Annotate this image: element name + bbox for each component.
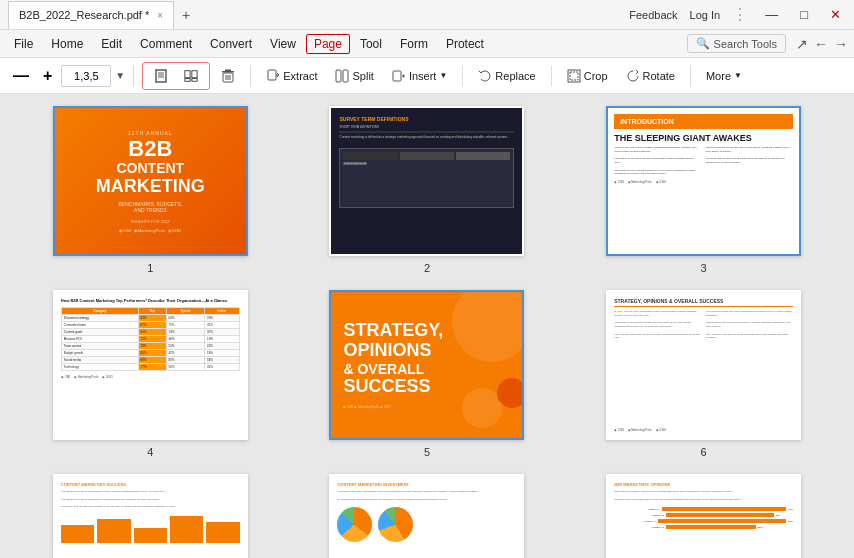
page-content-8: CONTENT MARKETING INVESTMENT The reports… — [331, 476, 522, 558]
page-preview-2[interactable]: SURVEY TERM DEFINITIONS SHORT TERM DEFIN… — [329, 106, 524, 256]
page-thumb-4[interactable]: How B2B Content Marketing Top Performers… — [53, 290, 248, 458]
page-preview-3[interactable]: INTRODUCTION THE SLEEPING GIANT AWAKES A… — [606, 106, 801, 256]
menu-dots-icon[interactable]: ⋮ — [732, 5, 748, 24]
svg-rect-17 — [343, 70, 348, 82]
menu-tool[interactable]: Tool — [352, 34, 390, 54]
page-preview-5[interactable]: STRATEGY, OPINIONS & OVERALL SUCCESS ◉ C… — [329, 290, 524, 440]
insert-dropdown-arrow[interactable]: ▼ — [439, 71, 447, 80]
svg-rect-6 — [185, 78, 190, 81]
page3-logos: ◉ CMI ◉ MarketingProfs ◉ GNO — [614, 180, 793, 184]
page5-line4: SUCCESS — [343, 377, 430, 397]
close-button[interactable]: ✕ — [825, 5, 846, 24]
page-preview-6[interactable]: STRATEGY, OPINIONS & OVERALL SUCCESS In … — [606, 290, 801, 440]
page-preview-1[interactable]: 12TH ANNUAL B2B CONTENT MARKETING BENCHM… — [53, 106, 248, 256]
page-thumb-9[interactable]: B2B MARKETERS' OPINIONS B2B content mark… — [606, 474, 801, 558]
page-thumb-6[interactable]: STRATEGY, OPINIONS & OVERALL SUCCESS In … — [606, 290, 801, 458]
tab-close-button[interactable]: × — [157, 10, 163, 21]
page1-logos: ◉ CMI◉ MarketingProfs◉ GNO — [119, 228, 181, 233]
navigate-forward-icon[interactable]: → — [834, 36, 848, 52]
svg-rect-4 — [185, 70, 190, 77]
navigate-back-icon[interactable]: ← — [814, 36, 828, 52]
page-content-4: How B2B Content Marketing Top Performers… — [55, 292, 246, 438]
page4-title: How B2B Content Marketing Top Performers… — [61, 298, 240, 303]
multi-page-icon — [184, 69, 198, 83]
page-thumb-8[interactable]: CONTENT MARKETING INVESTMENT The reports… — [329, 474, 524, 558]
page5-line3: & OVERALL — [343, 361, 424, 377]
extract-label: Extract — [283, 70, 317, 82]
rotate-label: Rotate — [643, 70, 675, 82]
external-link-icon[interactable]: ↗ — [796, 36, 808, 52]
page6-title: STRATEGY, OPINIONS & OVERALL SUCCESS — [614, 298, 793, 307]
delete-page-button[interactable] — [214, 65, 242, 87]
page6-col1: In 2021, 40% say their organization uses… — [614, 310, 702, 421]
page-content-2: SURVEY TERM DEFINITIONS SHORT TERM DEFIN… — [331, 108, 522, 254]
page-preview-8[interactable]: CONTENT MARKETING INVESTMENT The reports… — [329, 474, 524, 558]
page9-title: B2B MARKETERS' OPINIONS — [614, 482, 793, 487]
page-preview-9[interactable]: B2B MARKETERS' OPINIONS B2B content mark… — [606, 474, 801, 558]
zoom-out-button[interactable]: — — [8, 65, 34, 87]
login-button[interactable]: Log In — [690, 9, 721, 21]
menu-home[interactable]: Home — [43, 34, 91, 54]
crop-icon — [567, 69, 581, 83]
page-number-2: 2 — [424, 262, 430, 274]
more-label: More — [706, 70, 731, 82]
replace-label: Replace — [495, 70, 535, 82]
active-tab[interactable]: B2B_2022_Research.pdf * × — [8, 1, 174, 29]
zoom-dropdown-arrow[interactable]: ▼ — [115, 70, 125, 81]
page-view-single-button[interactable] — [147, 65, 175, 87]
maximize-button[interactable]: □ — [795, 5, 813, 24]
search-tools-input[interactable]: 🔍 Search Tools — [687, 34, 786, 53]
crop-button[interactable]: Crop — [560, 65, 615, 87]
feedback-link[interactable]: Feedback — [629, 9, 677, 21]
page6-logos: ◉ CMI ◉ MarketingProfs ◉ GNO — [614, 428, 793, 432]
split-button[interactable]: Split — [328, 65, 380, 87]
menu-file[interactable]: File — [6, 34, 41, 54]
page-thumb-7[interactable]: CONTENT MARKETING SUCCESS The research t… — [53, 474, 248, 558]
insert-label: Insert — [409, 70, 437, 82]
svg-rect-18 — [393, 71, 401, 81]
page1-b2b: B2B — [128, 138, 172, 160]
page-group-icons — [142, 62, 210, 90]
svg-rect-21 — [570, 72, 578, 80]
page-view-multi-button[interactable] — [177, 65, 205, 87]
menu-view[interactable]: View — [262, 34, 304, 54]
zoom-in-button[interactable]: + — [38, 65, 57, 87]
crop-label: Crop — [584, 70, 608, 82]
minimize-button[interactable]: — — [760, 5, 783, 24]
separator-5 — [690, 66, 691, 86]
separator-1 — [133, 66, 134, 86]
page9-chart: Category A 75% Category B 60% Category C — [614, 507, 793, 529]
menu-comment[interactable]: Comment — [132, 34, 200, 54]
menu-form[interactable]: Form — [392, 34, 436, 54]
page-preview-7[interactable]: CONTENT MARKETING SUCCESS The research t… — [53, 474, 248, 558]
page8-body: The reports that these organizations hav… — [337, 490, 516, 501]
page-content-9: B2B MARKETERS' OPINIONS B2B content mark… — [608, 476, 799, 558]
svg-rect-9 — [225, 69, 231, 71]
rotate-button[interactable]: Rotate — [619, 65, 682, 87]
replace-button[interactable]: Replace — [471, 65, 542, 87]
svg-rect-7 — [192, 78, 197, 81]
page-content-6: STRATEGY, OPINIONS & OVERALL SUCCESS In … — [608, 292, 799, 438]
more-button[interactable]: More ▼ — [699, 66, 749, 86]
separator-2 — [250, 66, 251, 86]
zoom-input[interactable] — [61, 65, 111, 87]
page-number-6: 6 — [701, 446, 707, 458]
titlebar-right: Feedback Log In ⋮ — □ ✕ — [629, 5, 846, 24]
page-content-1: 12TH ANNUAL B2B CONTENT MARKETING BENCHM… — [55, 108, 246, 254]
new-tab-button[interactable]: + — [174, 3, 198, 27]
page-thumb-3[interactable]: INTRODUCTION THE SLEEPING GIANT AWAKES A… — [606, 106, 801, 274]
insert-button[interactable]: Insert ▼ — [385, 65, 454, 87]
search-icon: 🔍 — [696, 37, 710, 50]
menubar: File Home Edit Comment Convert View Page… — [0, 30, 854, 58]
page-thumb-1[interactable]: 12TH ANNUAL B2B CONTENT MARKETING BENCHM… — [53, 106, 248, 274]
menu-edit[interactable]: Edit — [93, 34, 130, 54]
page4-logos: ◉ CMI ◉ MarketingProfs ◉ GNO — [61, 375, 240, 379]
menu-protect[interactable]: Protect — [438, 34, 492, 54]
menu-convert[interactable]: Convert — [202, 34, 260, 54]
extract-button[interactable]: Extract — [259, 65, 324, 87]
page-thumb-2[interactable]: SURVEY TERM DEFINITIONS SHORT TERM DEFIN… — [329, 106, 524, 274]
menu-page[interactable]: Page — [306, 34, 350, 54]
replace-icon — [478, 69, 492, 83]
page-preview-4[interactable]: How B2B Content Marketing Top Performers… — [53, 290, 248, 440]
page-thumb-5[interactable]: STRATEGY, OPINIONS & OVERALL SUCCESS ◉ C… — [329, 290, 524, 458]
